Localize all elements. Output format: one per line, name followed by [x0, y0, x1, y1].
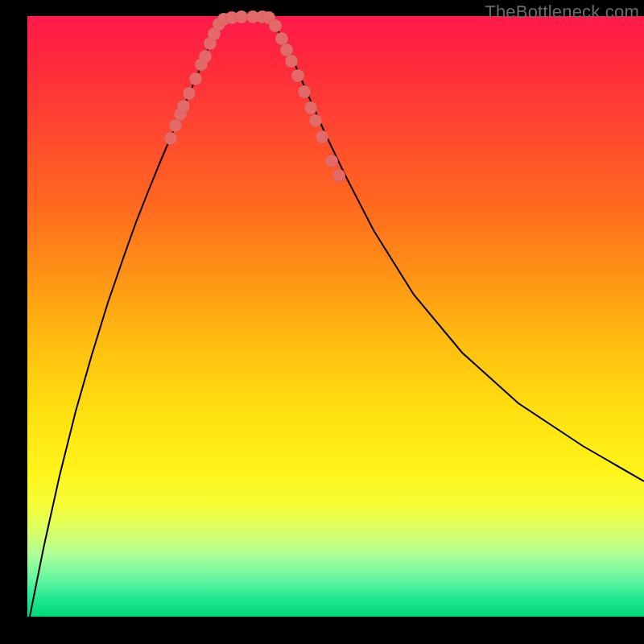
chart-frame: TheBottleneck.com	[27, 0, 644, 617]
watermark-text: TheBottleneck.com	[485, 2, 639, 23]
gradient-plot-area	[27, 16, 644, 617]
